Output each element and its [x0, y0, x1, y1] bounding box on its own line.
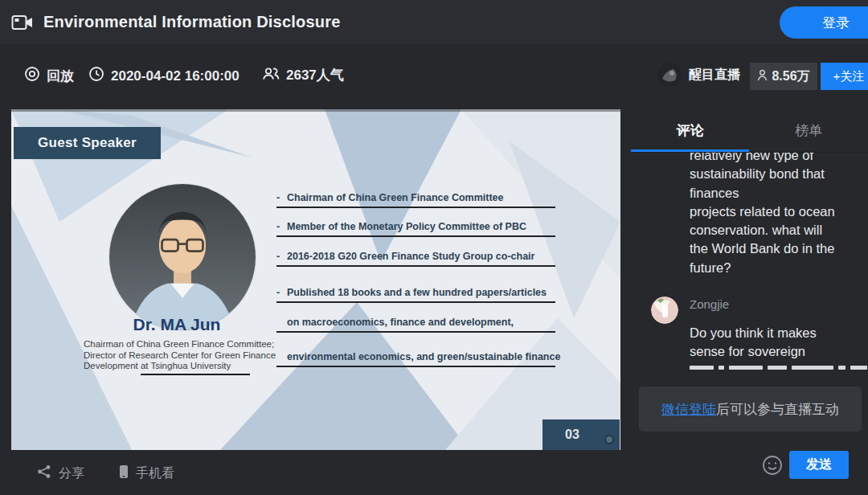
slide-banner: Guest Speaker [14, 127, 161, 159]
follow-button[interactable]: +关注 [821, 63, 868, 90]
credential-underline [276, 207, 555, 208]
credential-underline [276, 301, 555, 303]
speaker-title: Chairman of China Green Finance Committe… [84, 339, 285, 372]
audience-icon [262, 67, 280, 84]
chat-tab-bar: 评论 榜单 [631, 109, 868, 153]
replay-label: 回放 [47, 67, 74, 85]
speaker-title-underline [141, 374, 250, 375]
phone-icon [119, 464, 129, 482]
credential-line: environmental economics, and green/susta… [276, 351, 555, 367]
credential-underline [276, 331, 555, 333]
video-player[interactable]: Guest Speaker Dr. MA Jun Chairman of Chi… [11, 109, 620, 450]
streamer-name: 醒目直播 [689, 67, 740, 84]
tab-ranking[interactable]: 榜单 [750, 109, 868, 152]
chat-message-line: the World Bank do in the [690, 239, 862, 258]
speaker-title-line: Director of Research Center for Green Fi… [84, 350, 285, 362]
credential-text: -2016-2018 G20 Green Finance Study Group… [276, 251, 555, 262]
credential-underline [276, 235, 555, 237]
clock-icon [88, 66, 104, 86]
speaker-title-line: Chairman of China Green Finance Committe… [84, 339, 285, 350]
speaker-photo [109, 184, 256, 330]
share-button[interactable]: 分享 [37, 464, 84, 482]
credential-line: on macroeconomics, finance and developme… [276, 317, 555, 333]
active-tab-indicator [631, 149, 749, 152]
credential-text: -Chairman of China Green Finance Committ… [276, 192, 555, 203]
mobile-label: 手机看 [136, 465, 174, 482]
slide-page-box: 03 [542, 419, 620, 450]
stream-schedule: 2020-04-02 16:00:00 [88, 66, 240, 86]
followers-badge: 8.56万 [750, 63, 817, 90]
video-camera-icon [11, 14, 34, 31]
slide-page-number: 03 [565, 419, 579, 450]
streamer-info: 醒目直播 [657, 63, 740, 87]
stream-datetime: 2020-04-02 16:00:00 [111, 68, 240, 84]
popularity-label: 2637人气 [286, 66, 344, 84]
credential-underline [276, 366, 555, 367]
speaker-name: Dr. MA Jun [56, 315, 297, 334]
chat-message-line: future? [690, 259, 862, 277]
credential-line: -Published 18 books and a few hundred pa… [276, 287, 555, 303]
chat-user-avatar[interactable] [651, 297, 678, 324]
chat-message: relatively new type ofsustainability bon… [631, 153, 868, 277]
tab-comments[interactable]: 评论 [631, 109, 750, 152]
streamer-avatar[interactable] [657, 63, 682, 87]
send-button[interactable]: 发送 [789, 451, 849, 479]
login-notice-text: 后可以参与直播互动 [716, 400, 839, 419]
chat-message-line: relatively new type of [690, 153, 862, 165]
info-bar: 回放 2020-04-02 16:00:00 2637人气 [0, 58, 868, 95]
credential-underline [276, 265, 555, 267]
credential-line: -Chairman of China Green Finance Committ… [276, 192, 555, 208]
chat-message-line: finances [690, 184, 862, 202]
credential-line: -2016-2018 G20 Green Finance Study Group… [276, 251, 555, 267]
replay-status: 回放 [24, 66, 74, 86]
chat-message: ZongjieDo you think it makessense for so… [631, 297, 868, 371]
chat-message-line: Do you think it makes [690, 324, 862, 342]
credential-line: -Member of the Monetary Policy Committee… [276, 221, 555, 237]
login-notice: 微信登陆 后可以参与直播互动 [639, 387, 862, 432]
chat-message-line: projects related to ocean [690, 202, 862, 221]
chat-panel: 评论 榜单 relatively new type ofsustainabili… [631, 109, 868, 495]
clipped-text-stub [690, 362, 868, 371]
emoji-button[interactable] [762, 455, 783, 476]
credential-text: on macroeconomics, finance and developme… [276, 317, 555, 328]
record-icon [24, 66, 40, 86]
speaker-title-line: Development at Tsinghua University [84, 361, 285, 372]
share-label: 分享 [59, 465, 84, 482]
chat-message-list[interactable]: relatively new type ofsustainability bon… [631, 153, 868, 371]
login-button[interactable]: 登录 [780, 6, 868, 39]
followers-count: 8.56万 [772, 68, 809, 85]
person-icon [757, 69, 768, 84]
header-bar: Environmental Information Disclosure 登录 [0, 0, 868, 45]
video-letterbox [11, 109, 620, 112]
wechat-login-link[interactable]: 微信登陆 [661, 400, 716, 419]
popularity-counter: 2637人气 [262, 66, 344, 84]
chat-username: Zongjie [690, 297, 729, 311]
chat-message-header: Zongjie [631, 297, 868, 324]
live-stream-page: Environmental Information Disclosure 登录 … [0, 0, 868, 495]
chat-message-line: sustainability bond that [690, 165, 862, 183]
chat-message-line: sense for sovereign [690, 342, 862, 361]
credential-text: -Published 18 books and a few hundred pa… [276, 287, 555, 298]
credential-text: -Member of the Monetary Policy Committee… [276, 221, 555, 232]
credential-text: environmental economics, and green/susta… [276, 351, 555, 362]
share-icon [37, 464, 51, 482]
slide-page-dot [604, 435, 614, 444]
chat-message-line: conservation. what will [690, 221, 862, 239]
watch-on-mobile-button[interactable]: 手机看 [119, 464, 174, 482]
slide-background [11, 109, 620, 450]
page-title: Environmental Information Disclosure [43, 13, 341, 31]
